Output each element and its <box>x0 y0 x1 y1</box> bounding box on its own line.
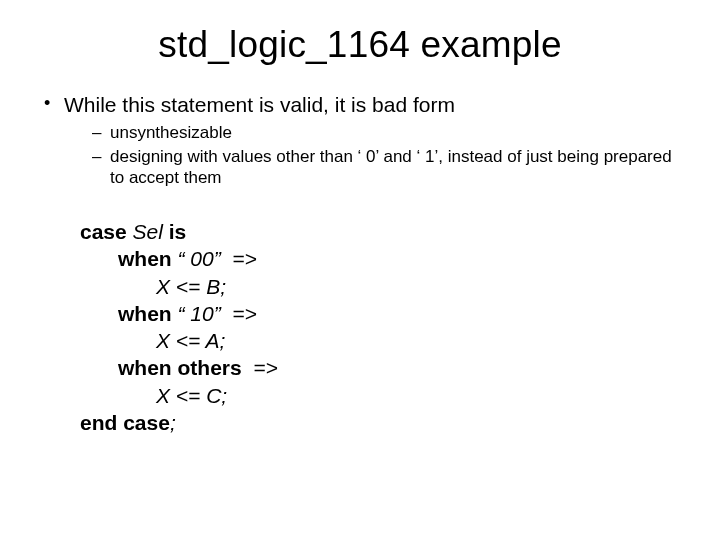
code-line-2: when “ 00” => <box>80 245 690 272</box>
bullet-list-level2: unsynthesizable designing with values ot… <box>92 122 690 188</box>
bullet-main: While this statement is valid, it is bad… <box>40 92 690 188</box>
slide: std_logic_1164 example While this statem… <box>0 0 720 540</box>
kw-when-1: when <box>118 247 172 270</box>
bullet-sub-1: unsynthesizable <box>92 122 690 143</box>
ident-sel: Sel <box>127 220 169 243</box>
semicolon: ; <box>170 411 176 434</box>
code-line-4: when “ 10” => <box>80 300 690 327</box>
bullet-main-text: While this statement is valid, it is bad… <box>64 93 455 116</box>
lit-10: “ 10” => <box>172 302 257 325</box>
arrow-3: => <box>253 356 278 379</box>
kw-when-others: when others <box>118 356 253 379</box>
code-line-3: X <= B; <box>80 273 690 300</box>
kw-case: case <box>80 220 127 243</box>
kw-is: is <box>169 220 187 243</box>
kw-end-case: end case <box>80 411 170 434</box>
code-line-7: X <= C; <box>80 382 690 409</box>
code-block: case Sel is when “ 00” => X <= B; when “… <box>80 218 690 436</box>
code-line-1: case Sel is <box>80 218 690 245</box>
code-line-5: X <= A; <box>80 327 690 354</box>
bullet-sub-2: designing with values other than ‘ 0’ an… <box>92 146 690 189</box>
slide-title: std_logic_1164 example <box>30 24 690 66</box>
code-line-8: end case; <box>80 409 690 436</box>
bullet-list-level1: While this statement is valid, it is bad… <box>40 92 690 188</box>
kw-when-2: when <box>118 302 172 325</box>
lit-00: “ 00” => <box>172 247 257 270</box>
code-line-6: when others => <box>80 354 690 381</box>
